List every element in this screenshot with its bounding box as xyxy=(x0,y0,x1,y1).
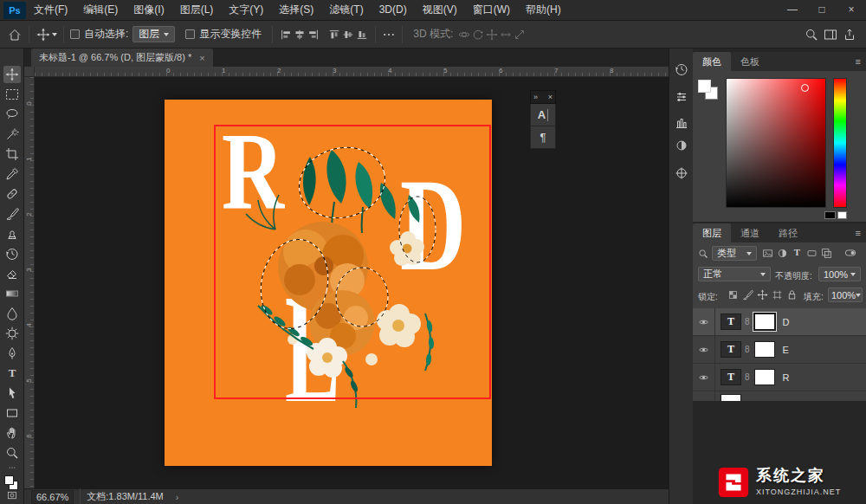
tool-path-select[interactable] xyxy=(3,384,21,402)
3d-pan-icon[interactable] xyxy=(485,28,499,42)
vertical-ruler[interactable]: 0 1 2 3 4 5 6 xyxy=(24,77,35,488)
layer-row-partial[interactable]: ⋯ xyxy=(693,391,866,401)
tool-history-brush[interactable] xyxy=(3,245,21,262)
panel-menu-icon[interactable]: ≡ xyxy=(856,223,861,242)
share-icon[interactable] xyxy=(842,27,857,42)
document-tab[interactable]: 未标题-1 @ 66.7% (D, 图层蒙版/8) * × xyxy=(31,48,213,67)
tool-eyedropper[interactable] xyxy=(3,165,21,183)
tab-paths[interactable]: 路径 xyxy=(769,223,807,242)
tool-zoom[interactable] xyxy=(3,444,21,462)
tool-rect-marquee[interactable] xyxy=(3,86,21,103)
3d-slide-icon[interactable] xyxy=(499,28,513,42)
lock-artboard-icon[interactable] xyxy=(772,289,783,300)
home-icon[interactable] xyxy=(7,27,23,42)
eye-icon[interactable] xyxy=(697,372,710,383)
layer-filter-type-dropdown[interactable]: 类型 xyxy=(712,246,757,261)
filter-toggle-icon[interactable] xyxy=(842,247,859,259)
close-icon[interactable]: × xyxy=(837,0,866,20)
quick-mask-icon[interactable] xyxy=(3,488,21,502)
ruler-origin-corner[interactable] xyxy=(24,67,35,77)
lock-transparency-icon[interactable] xyxy=(727,289,739,300)
floating-panel-header[interactable]: » × xyxy=(530,90,556,104)
menu-image[interactable]: 图像(I) xyxy=(126,0,171,20)
image-layer-thumbnail[interactable]: ⋯ xyxy=(721,394,741,401)
layer-name[interactable]: E xyxy=(783,345,789,355)
tool-move[interactable] xyxy=(3,66,21,83)
align-center-icon[interactable] xyxy=(293,28,307,42)
distribute-middle-icon[interactable] xyxy=(341,28,355,42)
menu-file[interactable]: 文件(F) xyxy=(26,0,75,20)
fill-dropdown[interactable]: 100% xyxy=(828,288,863,302)
tool-brush[interactable] xyxy=(3,205,21,223)
clone-source-panel-icon[interactable] xyxy=(673,165,690,182)
lock-all-icon[interactable] xyxy=(786,289,798,300)
tool-dodge[interactable] xyxy=(3,325,21,342)
edit-toolbar-icon[interactable] xyxy=(3,462,21,473)
close-tab-icon[interactable]: × xyxy=(199,53,204,63)
foreground-color-swatch[interactable] xyxy=(698,80,711,93)
libraries-panel-icon[interactable] xyxy=(673,114,690,132)
blend-mode-dropdown[interactable]: 正常 xyxy=(698,267,771,281)
layer-visibility-cell[interactable] xyxy=(693,391,715,401)
tool-hand[interactable] xyxy=(3,424,21,442)
canvas-artwork[interactable]: R D E xyxy=(165,100,492,466)
tool-spot-heal[interactable] xyxy=(3,185,21,203)
tool-clone-stamp[interactable] xyxy=(3,225,21,242)
tool-lasso[interactable] xyxy=(3,106,21,123)
show-transform-checkbox[interactable] xyxy=(185,29,195,39)
black-swatch[interactable] xyxy=(824,211,836,219)
tab-layers[interactable]: 图层 xyxy=(693,223,731,242)
distribute-bottom-icon[interactable] xyxy=(355,28,369,42)
tool-blur[interactable] xyxy=(3,305,21,322)
3d-scale-icon[interactable] xyxy=(513,28,527,42)
tool-quick-select[interactable] xyxy=(3,126,21,143)
minimize-icon[interactable]: — xyxy=(778,0,807,20)
align-left-icon[interactable] xyxy=(279,28,293,42)
paragraph-panel-button[interactable]: ¶ xyxy=(530,126,556,149)
layer-name[interactable]: R xyxy=(783,372,790,383)
tool-eraser[interactable] xyxy=(3,265,21,282)
color-cursor[interactable] xyxy=(801,84,809,92)
distribute-top-icon[interactable] xyxy=(327,28,341,42)
text-layer-thumbnail[interactable]: T xyxy=(721,369,741,385)
zoom-level-field[interactable]: 66.67% xyxy=(31,490,74,504)
layer-mask-thumbnail[interactable] xyxy=(754,369,775,385)
layer-mask-thumbnail[interactable] xyxy=(754,341,775,358)
character-panel-button[interactable]: A xyxy=(530,104,556,126)
align-right-icon[interactable] xyxy=(307,28,320,42)
tool-shape[interactable] xyxy=(3,404,21,422)
filter-adjustment-layers-icon[interactable] xyxy=(777,248,788,259)
filter-shape-layers-icon[interactable] xyxy=(806,248,818,259)
auto-select-checkbox[interactable] xyxy=(70,29,80,39)
white-swatch[interactable] xyxy=(837,211,847,219)
menu-edit[interactable]: 编辑(E) xyxy=(75,0,126,20)
menu-select[interactable]: 选择(S) xyxy=(271,0,321,20)
color-saturation-field[interactable] xyxy=(726,78,826,208)
filter-smart-objects-icon[interactable] xyxy=(821,248,832,259)
text-layer-thumbnail[interactable]: T xyxy=(721,341,741,358)
menu-help[interactable]: 帮助(H) xyxy=(518,0,569,20)
menu-type[interactable]: 文字(Y) xyxy=(221,0,271,20)
3d-orbit-icon[interactable] xyxy=(457,28,471,42)
layer-name[interactable]: D xyxy=(783,317,790,327)
tool-type[interactable]: T xyxy=(3,365,21,382)
layer-row-e[interactable]: T 8 E xyxy=(693,336,866,364)
menu-3d[interactable]: 3D(D) xyxy=(372,0,415,20)
tab-channels[interactable]: 通道 xyxy=(731,223,769,242)
filter-pixel-layers-icon[interactable] xyxy=(762,248,773,259)
status-chevron-icon[interactable]: › xyxy=(176,492,179,502)
menu-view[interactable]: 视图(V) xyxy=(415,0,465,20)
auto-select-dropdown[interactable]: 图层 xyxy=(132,26,175,42)
lock-position-icon[interactable] xyxy=(757,289,768,300)
layer-visibility-cell[interactable] xyxy=(693,364,715,391)
layer-mask-thumbnail[interactable] xyxy=(754,313,775,330)
menu-layer[interactable]: 图层(L) xyxy=(172,0,222,20)
adjustments-panel-icon[interactable] xyxy=(673,137,690,154)
horizontal-ruler[interactable]: 0 1 2 3 4 5 6 7 8 xyxy=(35,67,669,77)
tab-color[interactable]: 颜色 xyxy=(693,52,731,71)
panel-menu-icon[interactable]: ≡ xyxy=(856,52,861,71)
tool-gradient[interactable] xyxy=(3,285,21,302)
eye-icon[interactable] xyxy=(697,345,710,355)
menu-filter[interactable]: 滤镜(T) xyxy=(321,0,371,20)
opacity-dropdown[interactable]: 100% xyxy=(818,267,861,281)
